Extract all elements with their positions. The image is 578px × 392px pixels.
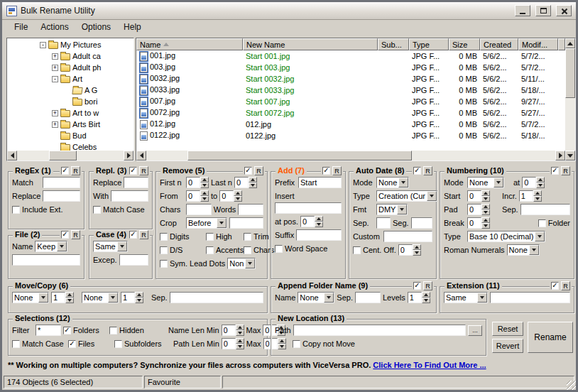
autodate-sep-input[interactable]	[376, 217, 391, 229]
case-enable-checkbox[interactable]	[129, 231, 137, 239]
break-spinner[interactable]	[467, 217, 490, 229]
tree-horizontal-scrollbar[interactable]	[7, 151, 133, 160]
incr-value[interactable]	[519, 190, 533, 202]
to-spinner[interactable]	[219, 190, 242, 202]
resize-grip[interactable]	[567, 381, 576, 390]
include-ext-checkbox[interactable]: Include Ext.	[12, 205, 62, 214]
file-row[interactable]: 0032.jpgStart 0032.jpgJPG F...0 MB5/6/2.…	[136, 73, 565, 85]
spin-down-button[interactable]	[135, 298, 143, 303]
dropdown-button[interactable]	[535, 232, 545, 241]
scroll-left-button[interactable]	[136, 151, 146, 160]
dropdown-button[interactable]	[108, 293, 118, 303]
regex-enable-checkbox[interactable]	[61, 167, 69, 175]
copy-not-move-checkbox[interactable]: Copy not Move	[293, 339, 355, 348]
path-input[interactable]	[293, 325, 466, 336]
numbering-mode-dropdown[interactable]: None	[467, 177, 504, 188]
spin-down-button[interactable]	[533, 196, 542, 202]
off-value[interactable]	[398, 244, 413, 256]
spin-down-button[interactable]	[249, 183, 257, 188]
regex-match-input[interactable]	[43, 177, 80, 188]
tree-item[interactable]: +Arts Birt	[7, 119, 133, 130]
column-header-type[interactable]: Type	[409, 38, 449, 50]
expand-icon[interactable]: +	[52, 53, 58, 60]
spin-up-button[interactable]	[481, 217, 490, 223]
numbering-at-spinner[interactable]	[522, 177, 545, 188]
selections-match-case-checkbox[interactable]: Match Case	[12, 339, 66, 348]
remove-reset-button[interactable]: R	[254, 166, 263, 175]
folder-checkbox[interactable]: Folder	[538, 219, 570, 227]
movecopy-dropdown-2[interactable]: None	[82, 292, 119, 303]
words-input[interactable]	[238, 204, 263, 215]
regex-replace-input[interactable]	[43, 190, 80, 202]
numbering-sep-input[interactable]	[520, 204, 570, 215]
double-space-checkbox[interactable]: D/S	[160, 246, 204, 254]
file-row[interactable]: 012.jpg012.jpgJPG F...0 MB5/6/2...5/7/2.…	[136, 119, 565, 130]
scroll-left-button[interactable]	[7, 151, 17, 160]
extension-mode-dropdown[interactable]: Same	[444, 292, 488, 303]
minimize-button[interactable]	[515, 5, 530, 16]
regex-reset-button[interactable]: R	[71, 166, 80, 175]
spin-down-button[interactable]	[481, 223, 490, 229]
movecopy-sep-input[interactable]	[170, 292, 263, 303]
insert-input[interactable]	[275, 202, 342, 214]
filter-input[interactable]	[36, 325, 61, 336]
file-row[interactable]: 0033.jpgStart 0033.jpgJPG F...0 MB5/6/2.…	[136, 85, 565, 96]
last-n-spinner[interactable]	[234, 177, 257, 188]
autodate-type-dropdown[interactable]: Creation (Cur	[376, 190, 437, 202]
dropdown-button[interactable]	[38, 293, 48, 303]
numbering-reset-button[interactable]: R	[561, 166, 570, 175]
dropdown-button[interactable]	[494, 178, 503, 187]
spin-down-button[interactable]	[536, 183, 545, 188]
dropdown-button[interactable]	[117, 241, 127, 251]
crop-input[interactable]	[229, 217, 263, 229]
symbols-checkbox[interactable]: Sym.	[160, 259, 187, 268]
expand-icon[interactable]: +	[52, 110, 58, 116]
dropdown-button[interactable]	[529, 245, 539, 255]
scroll-track[interactable]	[565, 48, 575, 151]
spin-up-button[interactable]	[135, 292, 143, 298]
autodate-seg-input[interactable]	[411, 217, 432, 229]
name-len-min-value[interactable]	[222, 325, 236, 336]
levels-spinner[interactable]	[408, 292, 430, 303]
revert-button[interactable]: Revert	[492, 339, 523, 353]
scroll-track[interactable]	[146, 151, 555, 160]
extension-enable-checkbox[interactable]	[551, 282, 559, 290]
maximize-button[interactable]	[535, 5, 551, 16]
scroll-thumb[interactable]	[565, 48, 575, 98]
spin-down-button[interactable]	[481, 209, 490, 215]
folders-checkbox[interactable]: Folders	[63, 326, 107, 334]
name-len-min-spinner[interactable]	[222, 325, 244, 336]
path-len-min-value[interactable]	[222, 338, 236, 349]
appendfolder-reset-button[interactable]: R	[423, 281, 432, 290]
add-reset-button[interactable]: R	[332, 166, 342, 175]
title-bar[interactable]: Bulk Rename Utility	[2, 2, 576, 20]
hidden-checkbox[interactable]: Hidden	[109, 326, 166, 334]
case-excep-input[interactable]	[119, 254, 148, 266]
word-space-checkbox[interactable]: Word Space	[275, 244, 327, 253]
reset-button[interactable]: Reset	[492, 322, 523, 336]
tree-item[interactable]: +Art to w	[7, 107, 133, 119]
roman-numerals-dropdown[interactable]: None	[507, 244, 540, 256]
scroll-thumb[interactable]	[187, 151, 413, 160]
column-header-newname[interactable]: New Name	[243, 38, 378, 50]
spin-down-button[interactable]	[315, 222, 323, 227]
menu-actions[interactable]: Actions	[34, 21, 75, 33]
spin-up-button[interactable]	[315, 216, 323, 222]
spin-down-button[interactable]	[422, 298, 430, 303]
scroll-up-button[interactable]	[565, 38, 575, 48]
spin-up-button[interactable]	[413, 244, 421, 250]
appendfolder-sep-input[interactable]	[355, 292, 381, 303]
spin-up-button[interactable]	[200, 190, 209, 196]
file-name-dropdown[interactable]: Keep	[35, 241, 67, 252]
spin-down-button[interactable]	[200, 196, 209, 202]
spin-down-button[interactable]	[65, 298, 74, 303]
collapse-icon[interactable]: -	[52, 76, 58, 82]
column-header-created[interactable]: Created	[480, 38, 518, 50]
tree-item[interactable]: bori	[7, 96, 133, 107]
dropdown-button[interactable]	[217, 218, 227, 228]
list-horizontal-scrollbar[interactable]	[136, 151, 565, 160]
spin-up-button[interactable]	[422, 292, 430, 298]
autodate-fmt-dropdown[interactable]: DMY	[376, 204, 408, 215]
movecopy-spinner-1[interactable]	[51, 292, 74, 303]
file-row[interactable]: 007.jpgStart 007.jpgJPG F...0 MB5/6/2...…	[136, 96, 565, 107]
